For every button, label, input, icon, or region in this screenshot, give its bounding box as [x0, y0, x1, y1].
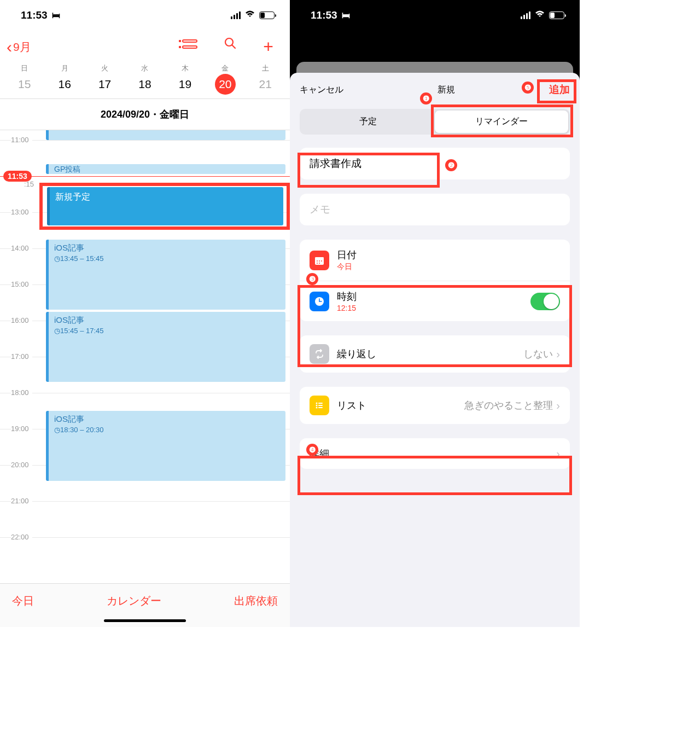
event-time: 18:30 – 20:30 — [60, 426, 104, 434]
sheet-title: 新規 — [438, 84, 455, 96]
battery-icon — [259, 11, 275, 19]
date-cell[interactable]: 18 — [125, 78, 165, 91]
date-cell[interactable]: 19 — [165, 78, 205, 91]
repeat-label: 繰り返し — [337, 347, 523, 361]
chevron-right-icon: › — [556, 348, 560, 361]
today-button[interactable]: 今日 — [12, 594, 34, 608]
date-label: 日付 — [337, 248, 560, 262]
event-title: iOS記事 — [54, 315, 280, 326]
hour-label: 20:00 — [11, 461, 32, 469]
weekday-label: 水 — [125, 63, 165, 73]
svg-point-9 — [319, 260, 320, 262]
weekday-label: 金 — [205, 63, 245, 73]
repeat-row[interactable]: 繰り返し しない › — [300, 335, 570, 373]
event-title: GP投稿 — [54, 165, 80, 173]
time-row[interactable]: 時刻 12:15 — [300, 281, 570, 321]
segment-reminder[interactable]: リマインダー — [435, 111, 568, 133]
title-value: 請求書作成 — [310, 156, 361, 171]
svg-point-20 — [316, 407, 318, 409]
list-view-icon[interactable] — [179, 37, 197, 57]
inbox-button[interactable]: 出席依頼 — [234, 594, 278, 608]
svg-point-11 — [317, 263, 318, 264]
memo-field[interactable]: メモ — [300, 194, 570, 225]
add-button[interactable]: 追加 — [549, 83, 570, 97]
weekday-label: 木 — [165, 63, 205, 73]
date-value: 今日 — [337, 262, 560, 272]
annotation-badge-3: ❸ — [306, 273, 318, 285]
time-toggle[interactable] — [530, 293, 560, 310]
calendars-button[interactable]: カレンダー — [107, 594, 161, 608]
clock-icon — [310, 292, 329, 311]
memo-placeholder: メモ — [310, 202, 330, 217]
search-icon[interactable] — [224, 37, 237, 57]
home-indicator[interactable] — [104, 619, 186, 622]
week-header: 日 月 火 水 木 金 土 — [0, 61, 290, 73]
date-cell[interactable]: 21 — [246, 78, 285, 91]
annotation-badge-1: ❶ — [420, 92, 432, 104]
segmented-control[interactable]: 予定 リマインダー — [300, 109, 570, 135]
svg-rect-17 — [318, 403, 323, 404]
date-cell[interactable]: 17 — [85, 78, 125, 91]
event-ios3[interactable]: iOS記事 ◷18:30 – 20:30 — [46, 411, 285, 481]
svg-line-5 — [232, 45, 235, 48]
svg-point-12 — [319, 263, 320, 264]
repeat-value: しない — [523, 347, 553, 361]
wifi-icon — [535, 10, 545, 21]
event-time: 13:45 – 15:45 — [60, 254, 104, 263]
current-time-line — [0, 176, 290, 177]
event-block[interactable] — [46, 130, 285, 140]
svg-rect-3 — [183, 46, 197, 48]
annotation-badge-5: ❺ — [522, 82, 534, 94]
chevron-right-icon: › — [556, 448, 560, 460]
signal-icon — [521, 11, 530, 19]
chevron-right-icon: › — [556, 399, 560, 412]
list-label: リスト — [337, 399, 464, 412]
clock-icon: ◷ — [54, 327, 60, 335]
date-row[interactable]: 日付 今日 — [300, 240, 570, 281]
clock-icon: ◷ — [54, 426, 60, 434]
current-time-badge: 11:53 — [3, 171, 32, 182]
hour-label: 16:00 — [11, 316, 32, 324]
back-label: 9月 — [13, 39, 31, 55]
event-ios1[interactable]: iOS記事 ◷13:45 – 15:45 — [46, 240, 285, 310]
chevron-left-icon: ‹ — [7, 38, 12, 56]
hour-label: 15:00 — [11, 280, 32, 288]
date-banner: 2024/09/20・金曜日 — [0, 99, 290, 130]
timeline[interactable]: 11:00 :15 13:00 14:00 15:00 16:00 17:00 … — [0, 130, 290, 573]
svg-point-8 — [317, 260, 318, 262]
svg-point-10 — [321, 260, 322, 262]
svg-rect-19 — [318, 405, 323, 406]
hour-label: 18:00 — [11, 388, 32, 397]
annotation-badge-4: ❹ — [306, 444, 318, 456]
dates-row: 15 16 17 18 19 20 21 — [0, 73, 290, 99]
bottom-bar: 今日 カレンダー 出席依頼 — [0, 583, 290, 627]
details-row[interactable]: 詳細 › — [300, 438, 570, 469]
event-title: 新規予定 — [55, 192, 90, 201]
weekday-label: 月 — [44, 63, 84, 73]
hour-label: 14:00 — [11, 244, 32, 252]
event-time: 15:45 – 17:45 — [60, 327, 104, 335]
date-cell[interactable]: 15 — [4, 78, 44, 91]
event-gp[interactable]: GP投稿 — [46, 164, 285, 174]
segment-event[interactable]: 予定 — [301, 111, 435, 133]
event-title: iOS記事 — [54, 414, 280, 425]
add-icon[interactable]: + — [263, 37, 273, 57]
event-ios2[interactable]: iOS記事 ◷15:45 – 17:45 — [46, 312, 285, 382]
new-event-block[interactable]: 新規予定 — [47, 187, 283, 225]
list-row[interactable]: リスト 急ぎのやること整理 › — [300, 387, 570, 424]
status-time: 11:53 — [21, 9, 48, 21]
cancel-button[interactable]: キャンセル — [300, 84, 343, 96]
title-field[interactable]: 請求書作成 — [300, 148, 570, 179]
svg-rect-2 — [179, 46, 181, 48]
calendar-header: ‹ 9月 + — [0, 30, 290, 61]
date-cell-today[interactable]: 20 — [205, 78, 245, 91]
back-button[interactable]: ‹ 9月 — [0, 38, 31, 56]
list-value: 急ぎのやること整理 — [464, 399, 553, 412]
weekday-label: 火 — [85, 63, 125, 73]
hour-label: 19:00 — [11, 425, 32, 433]
list-icon — [310, 396, 329, 415]
new-sheet: キャンセル 新規 追加 予定 リマインダー 請求書作成 メモ — [290, 73, 580, 627]
event-title: iOS記事 — [54, 243, 280, 253]
date-cell[interactable]: 16 — [44, 78, 84, 91]
battery-icon — [549, 11, 564, 19]
